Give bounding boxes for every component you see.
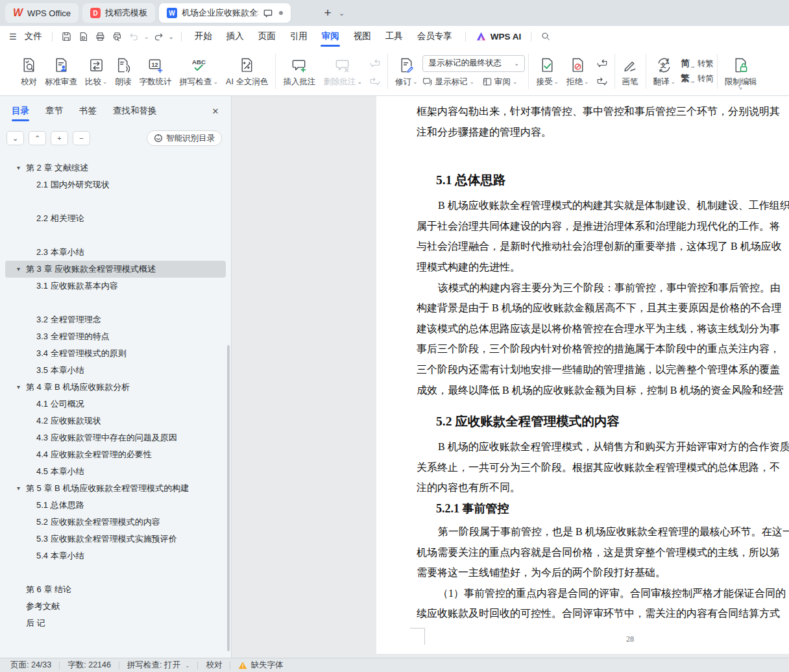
toc-item[interactable]: ▾第 3 章 应收账款全程管理模式概述 [5,261,226,278]
new-tab-button[interactable]: + [319,6,336,20]
print-icon[interactable] [92,29,109,44]
accept-change-button[interactable]: 接受⌄ [532,51,563,92]
show-markup-button[interactable]: 显示标记 ⌄ [422,77,474,88]
sidebar-tab-sections[interactable]: 章节 [45,96,63,126]
document-text-line[interactable]: 注和分步骤搭建的管理内容。 [417,122,789,143]
toc-item[interactable]: 3.1 应收账款基本内容 [5,278,226,294]
compare-button[interactable]: 比较⌄ [81,51,112,92]
export-pdf-icon[interactable] [75,29,92,44]
menu-tools[interactable]: 工具 [378,26,410,47]
menu-member[interactable]: 会员专享 [410,26,459,47]
document-text-line[interactable]: 关系终止，一共可分为三个阶段。根据其应收账款全程管理模式的总体思路，不 [417,457,789,478]
toc-item[interactable]: ▾第 4 章 B 机场应收账款分析 [5,379,226,396]
document-heading[interactable]: 5.2.1 事前管控 [436,499,789,518]
group-expand-icon[interactable]: ↘ [737,84,742,91]
proofread-status-button[interactable]: 校对 [206,660,222,671]
expand-all-button[interactable]: ⌄ [6,131,24,145]
document-text-line[interactable]: 该模式的构建内容主要分为三个阶段：事前管控，事中管控和事后管控。由 [417,278,789,298]
zoom-in-button[interactable]: + [51,131,68,145]
previous-comment-icon[interactable] [367,56,383,69]
document-text-line[interactable]: 第一阶段属于事前管控，也是 B 机场应收账款全程管理的最核心环节。在这一 [417,522,789,542]
to-traditional-button[interactable]: 简→ 转繁 [681,58,714,69]
undo-icon[interactable] [126,29,143,44]
collapse-arrow-icon[interactable]: ▾ [17,165,20,171]
document-text-line[interactable]: 构建背景是由于 B 机场的应收账款金额居高不下，且其主要原因是价格的不合理 [417,298,789,318]
toc-item[interactable]: 3.4 全程管理模式的原则 [5,345,226,362]
next-change-icon[interactable] [594,74,610,87]
tab-docer-templates[interactable]: D 找稻壳模板 [82,3,155,23]
toc-item[interactable]: 3.5 本章小结 [5,362,226,379]
page[interactable]: 框架内容勾勒出来，针对事情管控、事中管控和事后管控三个环节，分别说明其注和分步骤… [376,96,789,654]
menu-page[interactable]: 页面 [251,26,283,47]
menu-view[interactable]: 视图 [346,26,378,47]
undo-history-chevron-icon[interactable]: ⌄ [143,33,151,40]
reject-change-button[interactable]: 拒绝⌄ [563,51,593,92]
toc-item[interactable]: 2.1 国内外研究现状 [5,176,226,193]
document-text-line[interactable]: 成效，最终以降低 B 机场的应收账款金额为目标，控制 B 机场的资金风险和经营 [417,380,789,401]
translate-button[interactable]: 文A 翻译⌄ [649,51,680,92]
close-icon[interactable]: ✕ [209,104,222,117]
document-text-line[interactable]: B 机场的应收账款全程管理模式，从销售方和购买方开始评审对方的合作资质 [417,437,789,457]
sidebar-tab-contents[interactable]: 目录 [12,96,29,126]
pen-button[interactable]: 画笔 [618,51,642,92]
toc-item[interactable]: 5.1 总体思路 [5,497,226,514]
document-text-line[interactable]: 三个阶段内还需有计划地安排一些辅助的管理措施，以完善整个管理体系的覆盖 [417,359,789,380]
document-text-line[interactable]: 事后三个阶段，三个阶段内针对价格管控的措施属于本阶段中的重点关注内容， [417,339,789,359]
document-text-line[interactable]: （1）事前管控的重点内容是合同的评审。合同审核控制严格才能保证合同的 [417,583,789,604]
spell-check-button[interactable]: ABC 拼写检查⌄ [176,51,223,92]
document-text-line[interactable]: 需要将这一主线铺垫好，为今后的两个阶段打好基础。 [417,562,789,583]
tab-wps-office[interactable]: W WPS Office [5,3,79,23]
toc-item[interactable]: 第 6 章 结论 [5,581,226,598]
collapse-all-button[interactable]: ⌃ [29,131,46,145]
zoom-out-button[interactable]: − [73,131,90,145]
delete-comment-button[interactable]: 删除批注⌄ [319,51,366,92]
previous-change-icon[interactable] [594,56,610,69]
collapse-arrow-icon[interactable]: ▾ [17,384,20,390]
toc-item[interactable]: ▾第 2 章 文献综述 [5,160,226,176]
document-text-line[interactable]: 机场需要关注的重点内容就是合同价格，这是贯穿整个管理模式的主线，所以第 [417,542,789,563]
insert-comment-button[interactable]: 插入批注 [279,51,319,92]
sidebar-tab-bookmarks[interactable]: 书签 [79,96,97,126]
document-text-line[interactable]: 框架内容勾勒出来，针对事情管控、事中管控和事后管控三个环节，分别说明其 [417,101,789,122]
read-aloud-button[interactable]: 朗读 [112,51,136,92]
document-text-line[interactable]: 注的内容也有所不同。 [417,477,789,498]
toc-item[interactable]: 5.2 应收账款全程管理模式的内容 [5,514,226,531]
toc-item[interactable]: 4.5 本章小结 [5,463,226,480]
menu-reference[interactable]: 引用 [283,26,315,47]
toc-item[interactable]: 3.2 全程管理理念 [5,311,226,328]
wps-ai-button[interactable]: WPS AI [472,32,526,42]
markup-state-dropdown[interactable]: 显示标记的最终状态 ⌄ [422,55,525,72]
to-simplified-button[interactable]: 繁→ 转简 [681,73,714,84]
menu-home[interactable]: 开始 [188,26,219,47]
document-text-line[interactable]: 与社会治理融合，是新时代推动社会治理创新的重要举措，这体现了 B 机场应收 [417,236,789,257]
track-changes-button[interactable]: 修订⌄ [391,51,422,92]
tab-list-chevron-icon[interactable]: ⌄ [339,9,345,18]
hamburger-icon[interactable]: ☰ [9,32,17,42]
menu-file[interactable]: 文件 [21,30,46,42]
review-pane-button[interactable]: 审阅 ⌄ [482,77,518,88]
document-heading[interactable]: 5.2 应收账款全程管理模式的内容 [436,412,789,431]
document-text-line[interactable]: 属于社会治理共同体建设的内容，是推进治理体系和治理能力现代化的工作。将 [417,216,789,237]
toc-item[interactable]: 后 记 [5,615,226,632]
smart-toc-button[interactable]: 智能识别目录 [147,130,222,146]
toc-item[interactable]: 3.3 全程管理的特点 [5,328,226,345]
missing-font-warning[interactable]: 缺失字体 [238,660,283,671]
toc-item[interactable]: ▾第 5 章 B 机场应收账款全程管理模式的构建 [5,480,226,497]
redo-icon[interactable] [151,29,167,44]
toc-item[interactable]: 2.3 本章小结 [5,244,226,261]
spell-check-toggle[interactable]: 拼写检查: 打开 ⌄ [127,660,190,671]
search-icon[interactable] [537,29,554,44]
document-text-line[interactable]: 续应收账款及时回收的可控性。合同评审环节中，需关注的内容有合同结算方式 [417,603,789,624]
toc-item[interactable]: 4.4 应收账款全程管理的必要性 [5,446,226,463]
menu-insert[interactable]: 插入 [219,26,251,47]
sidebar-scrollbar[interactable] [227,345,230,651]
toc-item[interactable]: 4.1 公司概况 [5,396,226,413]
toc-item[interactable]: 5.3 应收账款全程管理模式实施预评价 [5,531,226,547]
collapse-arrow-icon[interactable]: ▾ [17,266,20,272]
document-text-line[interactable]: 建该模式的总体思路应该是以将价格管控在合理水平为主线，将该主线划分为事 [417,318,789,339]
menu-review[interactable]: 审阅 [315,26,346,47]
document-heading[interactable]: 5.1 总体思路 [436,171,789,190]
print-preview-icon[interactable] [109,29,126,44]
save-icon[interactable] [58,29,75,44]
toc-item[interactable]: 参考文献 [5,598,226,615]
